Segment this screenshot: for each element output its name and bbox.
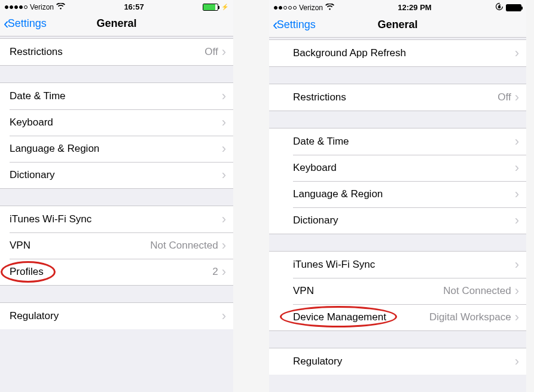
cell-label: Device Management xyxy=(293,311,429,323)
wifi-icon xyxy=(56,3,65,11)
cell-dictionary[interactable]: Dictionary › xyxy=(0,162,233,188)
cell-regulatory[interactable]: Regulatory › xyxy=(0,303,233,329)
chevron-right-icon: › xyxy=(515,47,519,60)
cell-dictionary[interactable]: Dictionary › xyxy=(269,207,526,234)
chevron-right-icon: › xyxy=(515,355,519,368)
clock-label: 16:57 xyxy=(124,2,144,11)
cell-label: Language & Region xyxy=(10,143,222,155)
cell-label: Dictionary xyxy=(10,169,222,181)
cell-vpn[interactable]: VPN Not Connected › xyxy=(269,278,526,304)
cell-label: iTunes Wi-Fi Sync xyxy=(293,259,515,271)
chevron-right-icon: › xyxy=(515,161,519,174)
cell-detail: Not Connected xyxy=(150,240,218,252)
chevron-right-icon: › xyxy=(222,90,226,103)
cell-detail: Off xyxy=(498,91,511,103)
cell-detail: 2 xyxy=(212,266,218,278)
cell-keyboard[interactable]: Keyboard › xyxy=(0,109,233,136)
chevron-right-icon: › xyxy=(222,169,226,182)
cell-device-management[interactable]: Device Management Digital Workspace › xyxy=(269,304,526,330)
clock-label: 12:29 PM xyxy=(398,3,431,12)
cell-regulatory[interactable]: Regulatory › xyxy=(269,348,526,375)
back-label: Settings xyxy=(277,19,316,31)
cell-date-time[interactable]: Date & Time › xyxy=(0,83,233,109)
chevron-right-icon: › xyxy=(515,284,519,298)
battery-icon xyxy=(203,4,218,11)
cell-background-app-refresh[interactable]: Background App Refresh › xyxy=(269,40,526,66)
nav-bar: ‹ Settings General xyxy=(0,13,233,36)
battery-icon xyxy=(506,4,521,11)
carrier-label: Verizon xyxy=(299,4,323,12)
cell-label: iTunes Wi-Fi Sync xyxy=(10,213,222,225)
signal-dots xyxy=(274,6,297,10)
cell-detail: Off xyxy=(205,46,218,58)
chevron-right-icon: › xyxy=(515,258,519,271)
cell-label: Date & Time xyxy=(293,136,515,148)
cell-language-region[interactable]: Language & Region › xyxy=(0,136,233,162)
cell-label: Dictionary xyxy=(293,215,515,226)
nav-bar: ‹ Settings General xyxy=(269,14,526,38)
cell-label: Language & Region xyxy=(293,188,515,200)
cell-itunes-wifi-sync[interactable]: iTunes Wi-Fi Sync › xyxy=(0,206,233,232)
cell-label: Date & Time xyxy=(10,90,222,102)
chevron-right-icon: › xyxy=(222,116,226,129)
chevron-right-icon: › xyxy=(222,265,226,278)
rotation-lock-icon xyxy=(495,2,504,13)
charging-icon: ⚡ xyxy=(221,4,228,10)
status-bar: Verizon 12:29 PM xyxy=(269,0,526,14)
cell-label: Profiles xyxy=(10,266,212,278)
signal-dots xyxy=(5,5,28,9)
cell-label: Keyboard xyxy=(10,117,222,128)
cell-language-region[interactable]: Language & Region › xyxy=(269,181,526,207)
cell-detail: Digital Workspace xyxy=(429,311,511,323)
back-button[interactable]: ‹ Settings xyxy=(273,19,316,31)
chevron-right-icon: › xyxy=(222,142,226,155)
status-bar: Verizon 16:57 ⚡ xyxy=(0,0,233,13)
cell-label: Regulatory xyxy=(293,356,515,368)
chevron-right-icon: › xyxy=(515,91,519,104)
carrier-label: Verizon xyxy=(30,3,54,11)
wifi-icon xyxy=(325,4,334,11)
chevron-right-icon: › xyxy=(222,239,226,252)
cell-vpn[interactable]: VPN Not Connected › xyxy=(0,232,233,259)
cell-date-time[interactable]: Date & Time › xyxy=(269,128,526,155)
chevron-right-icon: › xyxy=(515,135,519,148)
cell-label: VPN xyxy=(293,285,443,297)
cell-label: Keyboard xyxy=(293,162,515,174)
back-label: Settings xyxy=(8,17,47,30)
phone-right: Verizon 12:29 PM ‹ Settings General Back… xyxy=(269,0,526,392)
back-button[interactable]: ‹ Settings xyxy=(4,17,47,30)
chevron-right-icon: › xyxy=(222,310,226,323)
chevron-right-icon: › xyxy=(515,214,519,227)
cell-label: Restrictions xyxy=(10,46,205,58)
phone-left: Verizon 16:57 ⚡ ‹ Settings General Restr… xyxy=(0,0,233,392)
cell-label: Background App Refresh xyxy=(293,47,515,59)
cell-restrictions[interactable]: Restrictions Off › xyxy=(269,84,526,111)
chevron-right-icon: › xyxy=(222,45,226,59)
cell-keyboard[interactable]: Keyboard › xyxy=(269,155,526,181)
cell-label: Restrictions xyxy=(293,91,498,103)
cell-label: Regulatory xyxy=(10,310,222,322)
chevron-right-icon: › xyxy=(222,213,226,226)
cell-label: VPN xyxy=(10,240,150,252)
chevron-right-icon: › xyxy=(515,188,519,201)
cell-detail: Not Connected xyxy=(443,285,511,297)
cell-itunes-wifi-sync[interactable]: iTunes Wi-Fi Sync › xyxy=(269,252,526,278)
svg-rect-1 xyxy=(499,6,501,8)
cell-profiles[interactable]: Profiles 2 › xyxy=(0,259,233,285)
cell-restrictions[interactable]: Restrictions Off › xyxy=(0,39,233,65)
chevron-right-icon: › xyxy=(515,311,519,324)
